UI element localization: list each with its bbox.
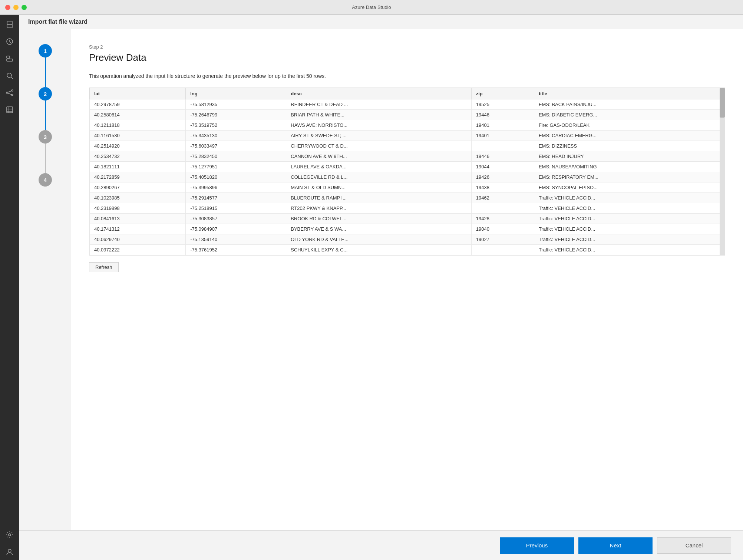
- scrollbar[interactable]: [720, 88, 725, 255]
- cell-12-3: 19040: [471, 224, 534, 234]
- cell-5-2: CANNON AVE & W 9TH...: [286, 151, 471, 162]
- cell-10-3: [471, 203, 534, 214]
- files-icon[interactable]: [1, 16, 18, 33]
- table-row: 40.1023985-75.2914577BLUEROUTE & RAMP I.…: [90, 193, 725, 203]
- window-controls[interactable]: [5, 5, 27, 10]
- svg-point-8: [6, 92, 8, 93]
- table-row: 40.0629740-75.1359140OLD YORK RD & VALLE…: [90, 234, 725, 245]
- step-title: Preview Data: [89, 52, 725, 63]
- account-icon[interactable]: [1, 544, 18, 560]
- cell-7-4: EMS: RESPIRATORY EM...: [534, 172, 724, 182]
- cell-8-2: MAIN ST & OLD SUMN...: [286, 182, 471, 193]
- cell-10-1: -75.2518915: [186, 203, 286, 214]
- cell-3-1: -75.3435130: [186, 131, 286, 141]
- table-row: 40.2978759-75.5812935REINDEER CT & DEAD …: [90, 99, 725, 110]
- table-header: latlngdescziptitle: [90, 88, 725, 99]
- col-header-lat: lat: [90, 88, 186, 99]
- table-row: 40.1161530-75.3435130AIRY ST & SWEDE ST;…: [90, 131, 725, 141]
- svg-point-9: [11, 90, 13, 91]
- data-table-wrapper: latlngdescziptitle 40.2978759-75.5812935…: [89, 88, 725, 256]
- next-button[interactable]: Next: [578, 537, 653, 554]
- notebooks-icon[interactable]: [1, 102, 18, 118]
- cell-4-3: [471, 141, 534, 151]
- cell-2-3: 19401: [471, 120, 534, 131]
- cancel-button[interactable]: Cancel: [657, 537, 731, 554]
- explorer-icon[interactable]: [1, 50, 18, 67]
- main-content: Import flat file wizard 1 2 3 4: [19, 15, 743, 560]
- cell-14-4: Traffic: VEHICLE ACCID...: [534, 245, 724, 255]
- col-header-desc: desc: [286, 88, 471, 99]
- cell-4-2: CHERRYWOOD CT & D...: [286, 141, 471, 151]
- cell-9-0: 40.1023985: [90, 193, 186, 203]
- cell-13-0: 40.0629740: [90, 234, 186, 245]
- table-row: 40.2580614-75.2646799BRIAR PATH & WHITE.…: [90, 110, 725, 120]
- step-3-circle: 3: [39, 130, 52, 144]
- col-header-title: title: [534, 88, 724, 99]
- cell-6-2: LAUREL AVE & OAKDA...: [286, 162, 471, 172]
- refresh-button[interactable]: Refresh: [89, 262, 119, 272]
- settings-icon[interactable]: [1, 527, 18, 543]
- cell-11-1: -75.3083857: [186, 214, 286, 224]
- preview-table: latlngdescziptitle 40.2978759-75.5812935…: [89, 88, 725, 255]
- cell-0-4: EMS: BACK PAINS/INJU...: [534, 99, 724, 110]
- cell-9-4: Traffic: VEHICLE ACCID...: [534, 193, 724, 203]
- cell-6-1: -75.1277951: [186, 162, 286, 172]
- search-icon[interactable]: [1, 67, 18, 84]
- cell-9-1: -75.2914577: [186, 193, 286, 203]
- cell-13-2: OLD YORK RD & VALLE...: [286, 234, 471, 245]
- cell-3-0: 40.1161530: [90, 131, 186, 141]
- close-button[interactable]: [5, 5, 10, 10]
- step-1-circle: 1: [39, 44, 52, 57]
- connections-icon[interactable]: [1, 85, 18, 101]
- scroll-thumb[interactable]: [720, 88, 725, 118]
- cell-6-3: 19044: [471, 162, 534, 172]
- history-icon[interactable]: [1, 33, 18, 50]
- cell-11-4: Traffic: VEHICLE ACCID...: [534, 214, 724, 224]
- table-header-row: latlngdescziptitle: [90, 88, 725, 99]
- table-row: 40.1211818-75.3519752HAWS AVE; NORRISTO.…: [90, 120, 725, 131]
- cell-2-2: HAWS AVE; NORRISTO...: [286, 120, 471, 131]
- cell-0-1: -75.5812935: [186, 99, 286, 110]
- cell-14-1: -75.3761952: [186, 245, 286, 255]
- svg-rect-4: [7, 56, 10, 58]
- cell-14-2: SCHUYLKILL EXPY & C...: [286, 245, 471, 255]
- cell-9-3: 19462: [471, 193, 534, 203]
- cell-5-3: 19446: [471, 151, 534, 162]
- cell-12-0: 40.1741312: [90, 224, 186, 234]
- col-header-lng: lng: [186, 88, 286, 99]
- svg-rect-5: [7, 59, 13, 61]
- cell-4-4: EMS: DIZZINESS: [534, 141, 724, 151]
- maximize-button[interactable]: [22, 5, 27, 10]
- table-row: 40.2890267-75.3995896MAIN ST & OLD SUMN.…: [90, 182, 725, 193]
- step-2: 2: [39, 87, 52, 130]
- cell-8-4: EMS: SYNCOPAL EPISO...: [534, 182, 724, 193]
- cell-0-0: 40.2978759: [90, 99, 186, 110]
- cell-9-2: BLUEROUTE & RAMP I...: [286, 193, 471, 203]
- cell-10-0: 40.2319898: [90, 203, 186, 214]
- cell-12-2: BYBERRY AVE & S WA...: [286, 224, 471, 234]
- step-line-3-4: [45, 144, 46, 173]
- cell-8-1: -75.3995896: [186, 182, 286, 193]
- cell-6-0: 40.1821111: [90, 162, 186, 172]
- step-4: 4: [39, 173, 52, 187]
- activity-bar: [0, 15, 19, 560]
- svg-line-7: [11, 77, 13, 79]
- table-row: 40.2534732-75.2832450CANNON AVE & W 9TH.…: [90, 151, 725, 162]
- wizard-layout: 1 2 3 4 Step 2 Preview Data: [19, 29, 743, 530]
- titlebar: Azure Data Studio: [0, 0, 743, 15]
- cell-2-4: Fire: GAS-ODOR/LEAK: [534, 120, 724, 131]
- minimize-button[interactable]: [13, 5, 19, 10]
- svg-point-18: [8, 549, 11, 552]
- cell-11-3: 19428: [471, 214, 534, 224]
- cell-14-3: [471, 245, 534, 255]
- cell-2-1: -75.3519752: [186, 120, 286, 131]
- step-description: This operation analyzed the input file s…: [89, 72, 725, 80]
- cell-2-0: 40.1211818: [90, 120, 186, 131]
- cell-3-4: EMS: CARDIAC EMERG...: [534, 131, 724, 141]
- cell-10-4: Traffic: VEHICLE ACCID...: [534, 203, 724, 214]
- step-3: 3: [39, 130, 52, 173]
- col-header-zip: zip: [471, 88, 534, 99]
- table-row: 40.0972222-75.3761952SCHUYLKILL EXPY & C…: [90, 245, 725, 255]
- previous-button[interactable]: Previous: [500, 537, 574, 554]
- page-header: Import flat file wizard: [19, 15, 743, 29]
